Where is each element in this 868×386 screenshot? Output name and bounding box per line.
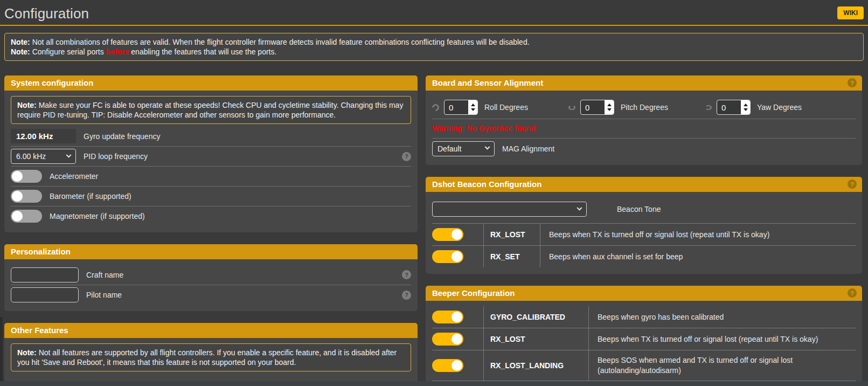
toggle-knob (452, 312, 462, 322)
spin-up-icon (471, 104, 475, 106)
personalization-header: Personalization (4, 244, 418, 259)
roll-axis-group: Roll Degrees (432, 100, 568, 115)
dshot-beacon-panel: Dshot Beacon Configuration Beacon Tone R… (426, 177, 862, 274)
help-icon[interactable] (848, 78, 857, 87)
gyro-frequency-label: Gyro update frequency (84, 132, 160, 141)
rx-lost-toggle[interactable] (432, 228, 463, 241)
chevron-down-icon (577, 205, 582, 210)
page-title: Configuration (4, 5, 868, 22)
help-icon[interactable] (402, 291, 411, 300)
barometer-row: Barometer (if supported) (11, 186, 411, 206)
mag-alignment-row: Default MAG Alignment (432, 139, 856, 158)
mag-alignment-select[interactable]: Default (432, 141, 495, 156)
gyro-warning-text: Warning: No Gyro/Acc found (432, 119, 856, 138)
yaw-rotation-icon (705, 105, 712, 109)
rx-lost-beeper-toggle[interactable] (432, 333, 463, 346)
other-features-panel: Other Features Note: Not all features ar… (4, 323, 418, 385)
board-sensor-alignment-panel: Board and Sensor Alignment Roll Degrees (426, 75, 862, 165)
rx-lost-landing-toggle[interactable] (432, 359, 463, 372)
pitch-rotation-icon (568, 105, 575, 110)
accelerometer-row: Accelerometer (11, 166, 411, 186)
top-note-line2: Note: Configure serial ports before enab… (11, 47, 857, 57)
roll-rotation-icon (430, 102, 440, 112)
help-icon[interactable] (848, 288, 857, 298)
pid-frequency-label: PID loop frequency (84, 152, 148, 161)
before-highlight: before (106, 47, 129, 56)
magnetometer-row: Magnetometer (if supported) (11, 206, 411, 226)
barometer-toggle[interactable] (11, 190, 42, 203)
board-sensor-alignment-header: Board and Sensor Alignment (426, 75, 862, 91)
toggle-knob (12, 211, 23, 222)
craft-name-input[interactable] (11, 267, 79, 282)
beeper-rx-lost-landing-row: RX_LOST_LANDING Beeps SOS when armed and… (432, 350, 856, 381)
system-configuration-header: System configuration (4, 75, 418, 91)
beeper-rx-lost-row: RX_LOST Beeps when TX is turned off or s… (432, 328, 856, 350)
other-features-header: Other Features (4, 323, 418, 338)
dshot-beacon-header: Dshot Beacon Configuration (426, 177, 862, 192)
rx-set-toggle[interactable] (432, 250, 463, 263)
magnetometer-toggle[interactable] (11, 210, 42, 223)
pilot-name-row: Pilot name (11, 285, 411, 305)
toggle-knob (452, 251, 462, 262)
pilot-name-input[interactable] (11, 287, 79, 302)
gyro-frequency-row: 12.00 kHz Gyro update frequency (11, 126, 411, 146)
roll-degrees-input[interactable] (445, 100, 468, 114)
toggle-knob (12, 191, 23, 202)
accelerometer-toggle[interactable] (11, 170, 42, 183)
yaw-spinner[interactable] (741, 100, 750, 114)
wiki-button[interactable]: WIKI (837, 6, 864, 19)
toggle-knob (452, 360, 462, 371)
system-configuration-panel: System configuration Note: Make sure you… (4, 75, 418, 232)
other-features-note-box: Note: Not all features are supported by … (11, 343, 411, 371)
pid-frequency-row: 6.00 kHz PID loop frequency (11, 146, 411, 166)
personalization-panel: Personalization Craft name Pilot name (4, 244, 418, 311)
beacon-tone-row: Beacon Tone (432, 197, 856, 224)
dshot-rx-set-row: RX_SET Beeps when aux channel is set for… (432, 246, 856, 267)
craft-name-row: Craft name (11, 265, 411, 285)
viewport-bottom-strip (0, 381, 868, 386)
yaw-axis-group: Yaw Degrees (705, 100, 802, 115)
beacon-tone-select[interactable] (432, 202, 587, 217)
pid-frequency-select[interactable]: 6.00 kHz (11, 149, 76, 164)
toggle-knob (12, 171, 23, 182)
spin-up-icon (744, 104, 748, 106)
toggle-knob (452, 229, 462, 240)
roll-degrees-input-group (444, 100, 478, 115)
page-edge (0, 317, 3, 386)
pitch-degrees-input[interactable] (581, 100, 605, 114)
yaw-degrees-input-group (717, 100, 751, 115)
pitch-spinner[interactable] (605, 100, 614, 114)
dshot-rx-lost-row: RX_LOST Beeps when TX is turned off or s… (432, 224, 856, 246)
page-header: Configuration WIKI (0, 0, 868, 26)
system-note-box: Note: Make sure your FC is able to opera… (11, 96, 411, 124)
help-icon[interactable] (848, 180, 857, 189)
spin-down-icon (744, 108, 748, 111)
spin-down-icon (607, 108, 612, 111)
toggle-knob (452, 334, 462, 344)
chevron-down-icon (485, 144, 490, 150)
top-note-box: Note: Not all combinations of features a… (4, 33, 864, 61)
gyro-calibrated-toggle[interactable] (432, 311, 463, 323)
pitch-degrees-input-group (580, 100, 614, 115)
pitch-axis-group: Pitch Degrees (568, 100, 705, 115)
beeper-configuration-header: Beeper Configuration (426, 286, 862, 301)
gyro-frequency-value: 12.00 kHz (11, 129, 76, 143)
help-icon[interactable] (402, 152, 411, 161)
beeper-configuration-panel: Beeper Configuration GYRO_CALIBRATED Bee… (426, 286, 862, 386)
help-icon[interactable] (402, 270, 411, 279)
spin-up-icon (607, 104, 612, 106)
roll-spinner[interactable] (468, 100, 477, 114)
top-note-line1: Note: Not all combinations of features a… (11, 37, 857, 47)
beeper-gyro-calibrated-row: GYRO_CALIBRATED Beeps when gyro has been… (432, 306, 856, 328)
spin-down-icon (471, 108, 475, 111)
alignment-axes-row: Roll Degrees Pitch Degrees (432, 96, 856, 119)
yaw-degrees-input[interactable] (717, 100, 741, 114)
chevron-down-icon (66, 152, 72, 157)
